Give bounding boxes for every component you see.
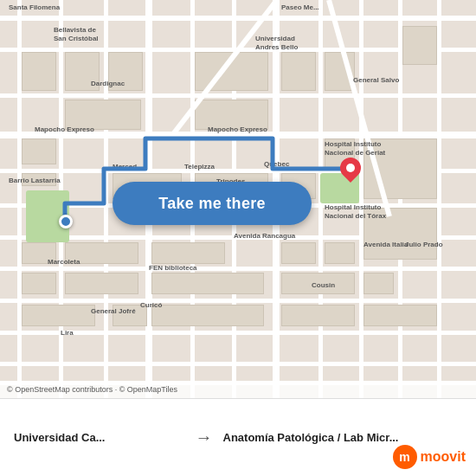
label-marcoleta: Marcoleta (48, 258, 80, 266)
label-general-jofre: General Jofré (91, 307, 136, 315)
label-fen: FEN biblioteca (149, 264, 197, 272)
street-h11 (0, 362, 476, 366)
copyright-bar: © OpenStreetMap contributors · © OpenMap… (0, 381, 476, 398)
label-hospital-torax2: Nacional del Tórax (325, 212, 386, 220)
label-curico: Curicó (140, 301, 162, 309)
block-28 (281, 305, 355, 326)
take-me-there-label: Take me there (158, 195, 266, 213)
block-8 (325, 52, 355, 91)
arrow-icon: → (196, 428, 213, 447)
street-italia (359, 0, 363, 398)
label-lira: Lira (61, 329, 74, 337)
label-univ-andres-bello: Universidad (255, 35, 295, 42)
moovit-brand-text: moovit (421, 449, 466, 465)
street-h1 (0, 16, 476, 21)
label-general-salvo: General Salvo (353, 76, 399, 84)
block-25 (22, 305, 95, 326)
label-hospital-geriat: Hospital Instituto (325, 140, 381, 148)
block-19 (325, 242, 355, 264)
label-univ-andres-bello2: Andres Bello (255, 43, 298, 51)
street-h9 (0, 299, 476, 303)
label-hospital-geriat2: Nacional de Geriat (325, 149, 385, 157)
label-paseo-me: Paseo Me... (281, 3, 319, 11)
street-h8 (0, 267, 476, 271)
take-me-there-button[interactable]: Take me there (113, 182, 312, 225)
label-dardignac: Dardignac (91, 80, 125, 87)
block-21 (22, 273, 56, 294)
copyright-text: © OpenStreetMap contributors · © OpenMap… (7, 385, 177, 394)
origin-section: Universidad Ca... (14, 431, 185, 444)
street-h3 (0, 93, 476, 98)
destination-section: Anatomía Patológica / Lab Micr... (223, 431, 463, 444)
block-18 (281, 242, 316, 264)
block-17 (151, 242, 225, 264)
label-mapocho-expreso-right: Mapocho Expreso (208, 125, 267, 133)
destination-pin (340, 158, 361, 185)
label-barrio-lastarria: Barrio Lastarria (9, 177, 61, 184)
label-mapocho-expreso-left: Mapocho Expreso (35, 125, 94, 133)
block-9 (402, 26, 437, 65)
block-7 (281, 52, 316, 91)
label-santa-filomena: Santa Filomena (9, 3, 60, 11)
origin-marker (59, 215, 73, 228)
label-cousin: Cousin (312, 281, 335, 289)
destination-name: Anatomía Patológica / Lab Micr... (223, 431, 463, 444)
destination-marker (340, 158, 361, 185)
moovit-icon: m (393, 445, 417, 469)
label-avenida-italia: Avenida Italia (363, 241, 408, 248)
bottom-bar: Universidad Ca... → Anatomía Patológica … (0, 398, 476, 476)
origin-name: Universidad Ca... (14, 431, 185, 444)
label-avenida-rancagua: Avenida Rancagua (234, 232, 295, 240)
label-bellavista: Bellavista de (54, 26, 96, 34)
map-container: Santa Filomena Bellavista de San Cristób… (0, 0, 476, 398)
moovit-logo: m moovit (393, 445, 466, 469)
block-23 (151, 273, 264, 294)
block-29 (363, 305, 437, 326)
block-1 (22, 52, 56, 91)
block-10 (22, 138, 56, 164)
label-hospital-torax: Hospital Instituto (325, 203, 381, 211)
label-merced: Merced (113, 163, 137, 170)
block-27 (151, 305, 264, 326)
label-quebec: Quebec (264, 160, 289, 168)
block-5 (195, 52, 268, 91)
block-20 (363, 273, 394, 294)
label-telepizza: Telepizza (184, 163, 215, 170)
label-san-cristobal: San Cristóbal (54, 35, 99, 42)
block-22 (65, 273, 138, 294)
street-v11 (437, 0, 441, 398)
label-julio-prado: Julio Prado (405, 241, 443, 248)
